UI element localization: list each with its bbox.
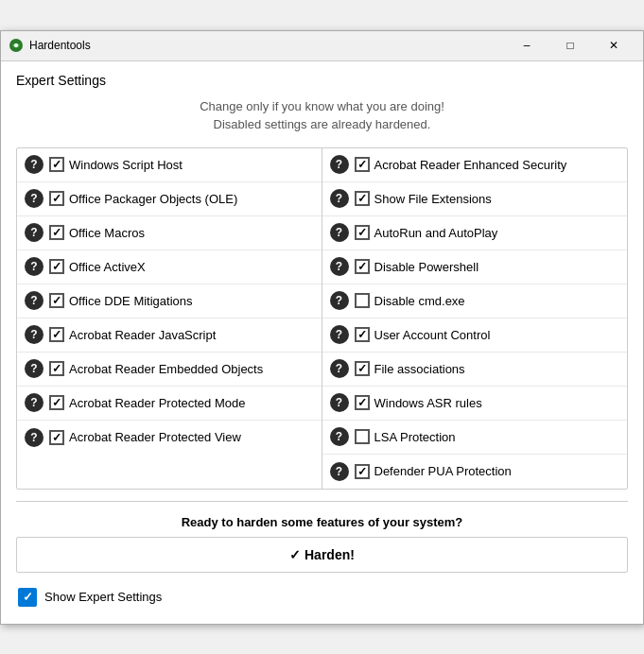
checkbox-file-associations[interactable]: ✓ <box>355 361 370 376</box>
show-expert-label: Show Expert Settings <box>44 590 162 604</box>
checkmark-office-dde-mitigations: ✓ <box>52 295 61 306</box>
checkmark-autorun-and-autoplay: ✓ <box>357 227 367 238</box>
checkbox-disable-powershell[interactable]: ✓ <box>355 259 370 274</box>
checkbox-windows-asr-rules[interactable]: ✓ <box>355 395 370 410</box>
checkbox-wrap-office-activex: ✓Office ActiveX <box>49 259 314 274</box>
help-button-office-packager-objects[interactable]: ? <box>25 189 44 208</box>
setting-label-office-dde-mitigations: Office DDE Mitigations <box>69 294 193 308</box>
help-button-lsa-protection[interactable]: ? <box>330 427 349 446</box>
checkbox-disable-cmd[interactable] <box>355 293 370 308</box>
checkbox-autorun-and-autoplay[interactable]: ✓ <box>355 225 370 240</box>
help-button-show-file-extensions[interactable]: ? <box>330 189 349 208</box>
checkbox-office-activex[interactable]: ✓ <box>49 259 64 274</box>
checkmark-office-activex: ✓ <box>52 261 61 272</box>
close-button[interactable]: ✕ <box>592 30 635 60</box>
checkbox-acrobat-reader-protected-mode[interactable]: ✓ <box>49 395 64 410</box>
setting-row-disable-powershell: ?✓Disable Powershell <box>322 250 628 284</box>
checkbox-wrap-show-file-extensions: ✓Show File Extensions <box>355 191 620 206</box>
checkbox-office-macros[interactable]: ✓ <box>49 225 64 240</box>
maximize-button[interactable]: □ <box>548 30 592 60</box>
checkbox-wrap-lsa-protection: LSA Protection <box>355 429 620 444</box>
setting-row-acrobat-reader-javascript: ?✓Acrobat Reader JavaScript <box>17 318 322 353</box>
main-window: Hardentools – □ ✕ Expert Settings Change… <box>0 30 644 625</box>
svg-point-1 <box>14 43 18 47</box>
help-button-autorun-and-autoplay[interactable]: ? <box>330 223 349 242</box>
settings-grid: ?✓Windows Script Host?✓Office Packager O… <box>16 147 628 490</box>
help-button-acrobat-reader-javascript[interactable]: ? <box>25 325 44 344</box>
setting-row-user-account-control: ?✓User Account Control <box>322 318 628 353</box>
checkmark-office-packager-objects: ✓ <box>52 193 61 204</box>
checkbox-lsa-protection[interactable] <box>355 429 370 444</box>
setting-label-office-macros: Office Macros <box>69 226 145 240</box>
setting-label-disable-cmd: Disable cmd.exe <box>374 294 465 308</box>
section-title: Expert Settings <box>16 73 628 88</box>
setting-label-acrobat-reader-protected-mode: Acrobat Reader Protected Mode <box>69 396 245 410</box>
help-button-acrobat-reader-protected-view[interactable]: ? <box>25 428 44 447</box>
setting-label-acrobat-reader-protected-view: Acrobat Reader Protected View <box>69 430 241 444</box>
checkbox-acrobat-reader-protected-view[interactable]: ✓ <box>49 430 64 445</box>
title-bar-text: Hardentools <box>29 39 505 52</box>
divider <box>16 501 628 502</box>
help-button-windows-asr-rules[interactable]: ? <box>330 393 349 412</box>
checkbox-wrap-office-packager-objects: ✓Office Packager Objects (OLE) <box>49 191 314 206</box>
checkbox-office-packager-objects[interactable]: ✓ <box>49 191 64 206</box>
checkmark-windows-script-host: ✓ <box>52 159 61 170</box>
checkbox-user-account-control[interactable]: ✓ <box>355 327 370 342</box>
setting-row-office-activex: ?✓Office ActiveX <box>17 250 322 284</box>
setting-label-lsa-protection: LSA Protection <box>374 430 456 444</box>
help-button-office-dde-mitigations[interactable]: ? <box>25 291 44 310</box>
checkmark-acrobat-reader-embedded-objects: ✓ <box>52 363 61 374</box>
checkbox-acrobat-reader-enhanced-security[interactable]: ✓ <box>355 157 370 172</box>
title-bar: Hardentools – □ ✕ <box>1 31 643 61</box>
help-button-acrobat-reader-protected-mode[interactable]: ? <box>25 393 44 412</box>
setting-label-acrobat-reader-javascript: Acrobat Reader JavaScript <box>69 328 216 342</box>
help-button-disable-powershell[interactable]: ? <box>330 257 349 276</box>
setting-row-show-file-extensions: ?✓Show File Extensions <box>322 182 628 216</box>
minimize-button[interactable]: – <box>505 30 548 60</box>
checkbox-wrap-acrobat-reader-embedded-objects: ✓Acrobat Reader Embedded Objects <box>49 361 314 376</box>
warning-line1: Change only if you know what you are doi… <box>16 97 628 116</box>
checkbox-wrap-acrobat-reader-enhanced-security: ✓Acrobat Reader Enhanced Security <box>355 157 620 172</box>
setting-row-autorun-and-autoplay: ?✓AutoRun and AutoPlay <box>322 216 628 250</box>
checkbox-wrap-acrobat-reader-protected-view: ✓Acrobat Reader Protected View <box>49 430 314 445</box>
help-button-user-account-control[interactable]: ? <box>330 325 349 344</box>
checkbox-defender-pua-protection[interactable]: ✓ <box>355 464 370 479</box>
help-button-office-macros[interactable]: ? <box>25 223 44 242</box>
setting-label-file-associations: File associations <box>374 362 465 376</box>
bottom-section: Ready to harden some features of your sy… <box>16 515 628 573</box>
checkbox-acrobat-reader-javascript[interactable]: ✓ <box>49 327 64 342</box>
checkbox-wrap-autorun-and-autoplay: ✓AutoRun and AutoPlay <box>355 225 620 240</box>
checkbox-wrap-disable-cmd: Disable cmd.exe <box>355 293 620 308</box>
content-area: Expert Settings Change only if you know … <box>1 61 643 624</box>
checkmark-acrobat-reader-protected-view: ✓ <box>52 432 61 443</box>
setting-row-acrobat-reader-embedded-objects: ?✓Acrobat Reader Embedded Objects <box>17 353 322 387</box>
setting-row-defender-pua-protection: ?✓Defender PUA Protection <box>322 455 628 489</box>
setting-row-lsa-protection: ?LSA Protection <box>322 421 628 455</box>
help-button-file-associations[interactable]: ? <box>330 359 349 378</box>
help-button-acrobat-reader-enhanced-security[interactable]: ? <box>330 155 349 174</box>
checkbox-windows-script-host[interactable]: ✓ <box>49 157 64 172</box>
checkmark-show-file-extensions: ✓ <box>357 193 367 204</box>
help-button-office-activex[interactable]: ? <box>25 257 44 276</box>
show-expert-checkbox[interactable]: ✓ <box>18 588 37 607</box>
checkbox-office-dde-mitigations[interactable]: ✓ <box>49 293 64 308</box>
checkbox-wrap-disable-powershell: ✓Disable Powershell <box>355 259 620 274</box>
footer-checkmark: ✓ <box>23 590 33 604</box>
checkbox-wrap-office-macros: ✓Office Macros <box>49 225 314 240</box>
setting-label-acrobat-reader-enhanced-security: Acrobat Reader Enhanced Security <box>374 158 567 172</box>
setting-label-show-file-extensions: Show File Extensions <box>374 192 492 206</box>
checkbox-show-file-extensions[interactable]: ✓ <box>355 191 370 206</box>
help-button-windows-script-host[interactable]: ? <box>25 155 44 174</box>
setting-label-office-activex: Office ActiveX <box>69 260 146 274</box>
setting-label-windows-asr-rules: Windows ASR rules <box>374 396 482 410</box>
setting-row-disable-cmd: ?Disable cmd.exe <box>322 284 628 318</box>
harden-button[interactable]: ✓ Harden! <box>16 537 628 573</box>
help-button-defender-pua-protection[interactable]: ? <box>330 462 349 481</box>
checkbox-acrobat-reader-embedded-objects[interactable]: ✓ <box>49 361 64 376</box>
help-button-acrobat-reader-embedded-objects[interactable]: ? <box>25 359 44 378</box>
setting-row-acrobat-reader-protected-mode: ?✓Acrobat Reader Protected Mode <box>17 387 322 421</box>
setting-label-user-account-control: User Account Control <box>374 328 491 342</box>
footer: ✓ Show Expert Settings <box>16 582 628 612</box>
help-button-disable-cmd[interactable]: ? <box>330 291 349 310</box>
warning-text: Change only if you know what you are doi… <box>16 97 628 134</box>
